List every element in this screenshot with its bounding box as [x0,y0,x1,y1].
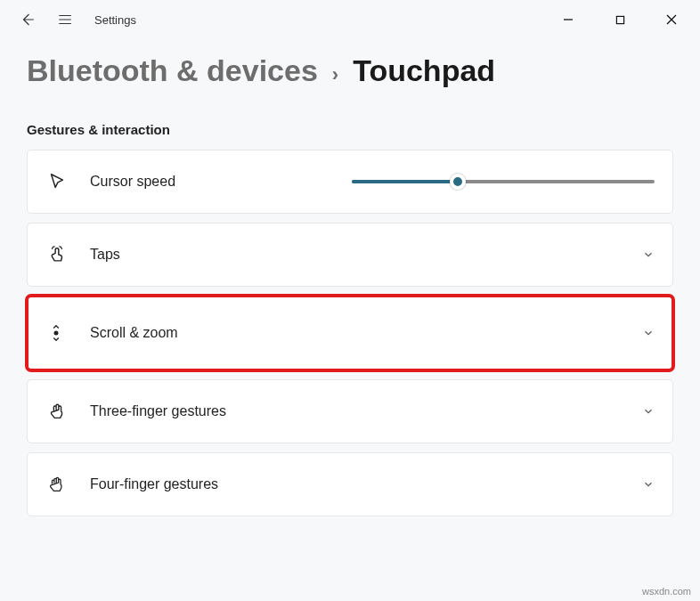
scroll-icon [47,322,90,344]
svg-point-1 [54,331,58,335]
tap-icon [47,245,90,264]
taps-label: Taps [90,247,120,263]
maximize-button[interactable] [611,11,629,28]
chevron-down-icon [642,327,655,339]
cursor-speed-label: Cursor speed [90,174,175,190]
chevron-down-icon [642,478,655,491]
close-button[interactable] [663,11,680,28]
scroll-zoom-row[interactable]: Scroll & zoom [27,296,673,370]
chevron-down-icon [642,405,655,418]
breadcrumb-current: Touchpad [353,53,495,88]
breadcrumb-separator-icon: › [332,63,338,86]
hamburger-icon[interactable] [57,12,73,28]
minimize-button[interactable] [559,11,577,28]
breadcrumb: Bluetooth & devices › Touchpad [0,39,700,95]
titlebar-left: Settings [20,12,136,28]
four-finger-icon [47,475,90,494]
settings-window: Settings Bluetooth & devices › Touchpad … [0,0,700,516]
watermark: wsxdn.com [642,586,691,597]
chevron-down-icon [642,248,655,261]
four-finger-label: Four-finger gestures [90,476,218,492]
titlebar: Settings [0,0,700,39]
section-header: Gestures & interaction [27,122,673,137]
three-finger-icon [47,402,90,421]
app-title: Settings [94,13,136,27]
breadcrumb-parent[interactable]: Bluetooth & devices [27,53,318,88]
back-icon[interactable] [20,12,36,28]
cursor-icon [47,172,90,191]
three-finger-label: Three-finger gestures [90,403,226,419]
three-finger-row[interactable]: Three-finger gestures [27,379,673,443]
content: Gestures & interaction Cursor speed Taps [0,95,700,516]
window-controls [559,11,695,28]
cursor-speed-slider[interactable] [352,173,655,191]
taps-row[interactable]: Taps [27,223,673,287]
svg-rect-0 [616,16,623,23]
cursor-speed-row: Cursor speed [27,150,673,214]
scroll-zoom-label: Scroll & zoom [90,325,178,341]
four-finger-row[interactable]: Four-finger gestures [27,452,673,516]
